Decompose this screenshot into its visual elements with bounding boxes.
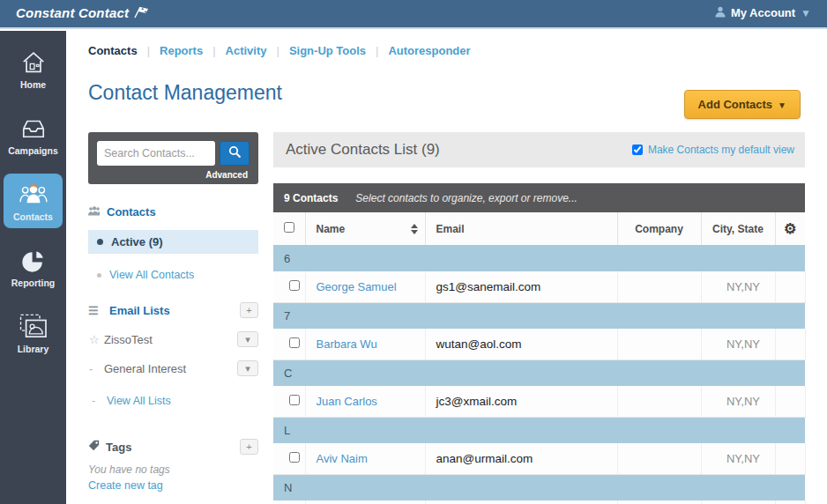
list-title: Active Contacts List (9)	[286, 141, 440, 159]
star-icon: ☆	[89, 333, 104, 346]
add-list-button[interactable]: +	[240, 302, 258, 318]
campaigns-icon	[4, 115, 63, 144]
selection-hint: Select contacts to organize, export or r…	[355, 192, 577, 204]
group-row-C: C	[273, 359, 805, 386]
contacts-icon	[4, 182, 63, 210]
contact-row: Aviv Naimanan@urmail.comNY,NY	[273, 443, 805, 474]
contact-company	[617, 271, 701, 302]
default-view-checkbox[interactable]	[632, 145, 643, 155]
contact-company	[617, 386, 701, 417]
row-checkbox[interactable]	[289, 452, 300, 463]
nav-separator: |	[212, 44, 215, 57]
sidebar-tags-header[interactable]: Tags	[88, 440, 131, 454]
column-header-name[interactable]: Name	[305, 212, 425, 245]
logo-text: Constant Contact	[16, 5, 129, 20]
column-header-email[interactable]: Email	[425, 212, 617, 245]
tag-icon	[88, 440, 100, 454]
contact-name-link[interactable]: George Samuel	[317, 280, 397, 293]
library-icon	[4, 314, 63, 342]
list-dropdown-button[interactable]: ▾	[237, 360, 258, 376]
contact-email: anan@urmail.com	[425, 443, 617, 474]
nav-tab-sign-up-tools[interactable]: Sign-Up Tools	[289, 44, 366, 57]
contact-row: Juan Carlosjc3@xmail.comNY,NY	[273, 386, 805, 417]
nav-separator: |	[147, 44, 150, 57]
contact-name-link[interactable]: Barbara Wu	[317, 337, 377, 351]
nav-separator: |	[277, 44, 279, 57]
sidebar-email-lists-header[interactable]: ☰ Email Lists	[88, 304, 170, 317]
rail-item-library[interactable]: Library	[4, 306, 63, 360]
contact-email	[425, 500, 617, 504]
nav-tab-activity[interactable]: Activity	[226, 44, 267, 57]
table-header-row: Name Email Company City, State ⚙	[273, 212, 805, 245]
sidebar-item-view-all-contacts[interactable]: View All Contacts	[88, 269, 258, 281]
top-nav: Contacts|Reports|Activity|Sign-Up Tools|…	[88, 31, 827, 62]
gear-icon[interactable]: ⚙	[784, 221, 796, 236]
contact-email: jc3@xmail.com	[425, 386, 617, 417]
content-area: Contacts|Reports|Activity|Sign-Up Tools|…	[66, 31, 827, 504]
page-title: Contact Management	[88, 81, 282, 104]
select-all-checkbox[interactable]	[284, 222, 294, 233]
column-header-company[interactable]: Company	[617, 212, 701, 245]
row-checkbox[interactable]	[289, 395, 300, 405]
rail-item-reporting[interactable]: Reporting	[4, 240, 63, 294]
sidebar-contacts-header[interactable]: Contacts	[88, 205, 156, 219]
search-icon	[228, 145, 242, 161]
constant-contact-logo[interactable]: Constant Contact	[16, 4, 150, 22]
group-row-7: 7	[273, 302, 805, 329]
group-label: L	[273, 417, 805, 443]
contact-city-state: NY,NY	[701, 443, 775, 474]
contacts-table: Name Email Company City, State ⚙ 6George…	[273, 212, 806, 504]
list-header-band: Active Contacts List (9) Make Contacts m…	[273, 132, 805, 167]
group-label: N	[273, 474, 805, 500]
dash-icon: -	[89, 362, 104, 375]
bullet-icon	[97, 273, 101, 278]
contact-city-state: NY,NY	[701, 329, 775, 359]
email-list-item-general-interest[interactable]: -General Interest▾	[88, 360, 258, 376]
nav-tab-autoresponder[interactable]: Autoresponder	[388, 44, 470, 57]
my-account-menu[interactable]: My Account ▼	[715, 6, 811, 20]
group-row-N: N	[273, 474, 805, 500]
contacts-group-icon	[88, 205, 101, 219]
chevron-down-icon: ▼	[801, 7, 811, 19]
no-tags-text: You have no tags	[88, 463, 258, 476]
search-button[interactable]	[220, 141, 250, 166]
search-contacts-input[interactable]	[97, 141, 215, 166]
rail-item-campaigns[interactable]: Campaigns	[4, 107, 63, 162]
create-new-tag-link[interactable]: Create new tag	[88, 479, 258, 492]
contact-name-link[interactable]: Juan Carlos	[317, 395, 377, 408]
row-checkbox[interactable]	[289, 280, 300, 291]
contact-row	[273, 500, 805, 504]
sidebar: Advanced Contacts Active (9) View All Co…	[88, 132, 258, 504]
default-view-toggle[interactable]: Make Contacts my default view	[632, 144, 794, 156]
rail-item-contacts[interactable]: Contacts	[4, 174, 63, 228]
user-icon	[715, 6, 726, 20]
list-dropdown-button[interactable]: ▾	[237, 331, 258, 347]
row-checkbox[interactable]	[289, 337, 300, 348]
sidebar-item-active[interactable]: Active (9)	[88, 230, 258, 254]
add-contacts-button[interactable]: Add Contacts▼	[684, 90, 801, 119]
search-panel: Advanced	[88, 132, 258, 184]
contact-row: Barbara Wuwutan@aol.comNY,NY	[273, 329, 805, 359]
group-label: 7	[273, 302, 805, 329]
contacts-list-panel: Active Contacts List (9) Make Contacts m…	[273, 132, 805, 504]
email-list-item-zissotest[interactable]: ☆ZissoTest▾	[88, 331, 258, 347]
sidebar-item-view-all-lists[interactable]: - View All Lists	[88, 394, 258, 407]
contact-email: wutan@aol.com	[425, 329, 617, 359]
contact-city-state: NY,NY	[701, 386, 775, 417]
add-tag-button[interactable]: +	[240, 439, 258, 455]
contact-row: George Samuelgs1@sanemail.comNY,NY	[273, 271, 805, 302]
list-icon: ☰	[88, 304, 103, 317]
advanced-search-link[interactable]: Advanced	[97, 166, 250, 180]
contact-city-state	[701, 500, 775, 504]
group-label: 6	[273, 245, 805, 271]
column-header-city-state[interactable]: City, State	[701, 212, 775, 245]
left-rail: HomeCampaignsContactsReportingLibrary	[0, 31, 66, 504]
flag-logo-icon	[132, 4, 150, 22]
contact-name-link[interactable]: Aviv Naim	[317, 452, 368, 465]
rail-item-home[interactable]: Home	[4, 41, 63, 96]
nav-tab-contacts[interactable]: Contacts	[88, 44, 138, 57]
nav-tab-reports[interactable]: Reports	[160, 44, 203, 57]
active-bullet	[97, 239, 103, 245]
group-row-6: 6	[273, 245, 805, 271]
sort-icon[interactable]	[411, 224, 418, 234]
